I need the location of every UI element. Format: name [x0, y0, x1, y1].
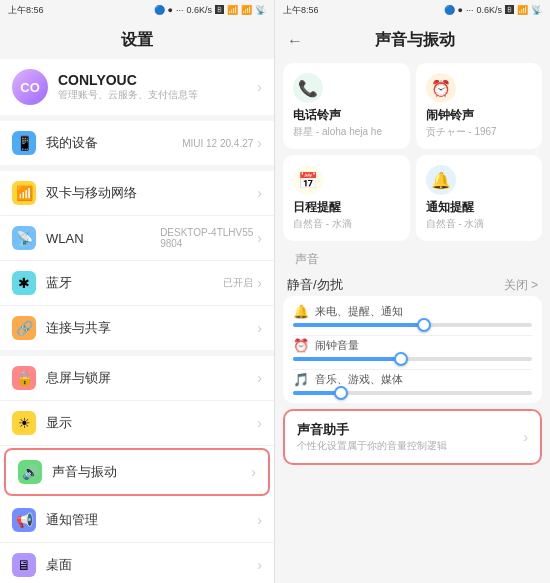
lockscreen-icon: 🔒 — [12, 366, 36, 390]
sim-icon: 📶 — [12, 181, 36, 205]
sim-chevron: › — [257, 185, 262, 201]
silent-action[interactable]: 关闭 > — [504, 277, 538, 294]
schedule-title: 日程提醒 — [293, 199, 400, 216]
schedule-icon: 📅 — [293, 165, 323, 195]
wlan-label: WLAN — [46, 231, 160, 246]
notification-label: 通知管理 — [46, 511, 257, 529]
profile-chevron: › — [257, 79, 262, 95]
left-status-bar: 上午8:56 🔵 ● ··· 0.6K/s 🅱 📶 📶 📡 — [0, 0, 274, 20]
sound-card-notify[interactable]: 🔔 通知提醒 自然音 - 水滴 — [416, 155, 543, 241]
menu-item-lockscreen[interactable]: 🔒 息屏与锁屏 › — [0, 356, 274, 401]
desktop-label: 桌面 — [46, 556, 257, 574]
menu-item-bluetooth[interactable]: ✱ 蓝牙 已开启 › — [0, 261, 274, 306]
profile-name: CONLYOUC — [58, 72, 257, 88]
ringtone-fill — [293, 323, 424, 327]
silent-title: 静音/勿扰 — [287, 276, 343, 294]
media-thumb[interactable] — [334, 386, 348, 400]
sound-card-schedule[interactable]: 📅 日程提醒 自然音 - 水滴 — [283, 155, 410, 241]
connect-label: 连接与共享 — [46, 319, 257, 337]
bluetooth-chevron: › — [257, 275, 262, 291]
profile-sub: 管理账号、云服务、支付信息等 — [58, 88, 257, 102]
ringtone-track[interactable] — [293, 323, 532, 327]
right-panel: 上午8:56 🔵 ● ··· 0.6K/s 🅱 📶 📡 ← 声音与振动 📞 电话… — [275, 0, 550, 583]
sim-label: 双卡与移动网络 — [46, 184, 257, 202]
menu-group-network: 📶 双卡与移动网络 › 📡 WLAN DESKTOP-4TLHV559804 ›… — [0, 171, 274, 350]
sound-section-label: 声音 — [283, 249, 542, 272]
ringtone-icon: 🔔 — [293, 304, 309, 319]
divider-2 — [293, 369, 532, 370]
right-status-icons: 🔵 ● ··· 0.6K/s 🅱 📶 📡 — [444, 5, 542, 15]
silent-section-row: 静音/勿扰 关闭 > — [283, 272, 542, 296]
slider-media: 🎵 音乐、游戏、媒体 — [293, 372, 532, 395]
display-label: 显示 — [46, 414, 257, 432]
bluetooth-icon: ✱ — [12, 271, 36, 295]
media-track[interactable] — [293, 391, 532, 395]
divider-1 — [293, 335, 532, 336]
ringtone-thumb[interactable] — [417, 318, 431, 332]
desktop-icon: 🖥 — [12, 553, 36, 577]
right-page-title: 声音与振动 — [311, 30, 518, 51]
sound-assistant[interactable]: 声音助手 个性化设置属于你的音量控制逻辑 › — [283, 409, 542, 465]
menu-item-notification[interactable]: 📢 通知管理 › — [0, 498, 274, 543]
mydevice-icon: 📱 — [12, 131, 36, 155]
lockscreen-chevron: › — [257, 370, 262, 386]
menu-item-sim[interactable]: 📶 双卡与移动网络 › — [0, 171, 274, 216]
alarm-ring-sub: 贡チャー - 1967 — [426, 125, 533, 139]
left-panel: 上午8:56 🔵 ● ··· 0.6K/s 🅱 📶 📶 📡 设置 CO CONL… — [0, 0, 275, 583]
notification-chevron: › — [257, 512, 262, 528]
mydevice-label: 我的设备 — [46, 134, 182, 152]
assistant-title: 声音助手 — [297, 421, 523, 439]
notification-icon: 📢 — [12, 508, 36, 532]
sound-cards-grid: 📞 电话铃声 群星 - aloha heja he ⏰ 闹钟铃声 贡チャー - … — [275, 59, 550, 249]
wlan-value: DESKTOP-4TLHV559804 — [160, 227, 253, 249]
menu-group-device: 📱 我的设备 MIUI 12 20.4.27 › — [0, 121, 274, 165]
desktop-chevron: › — [257, 557, 262, 573]
right-status-time: 上午8:56 — [283, 4, 319, 17]
assistant-chevron: › — [523, 429, 528, 445]
avatar: CO — [12, 69, 48, 105]
display-chevron: › — [257, 415, 262, 431]
alarm-ring-title: 闹钟铃声 — [426, 107, 533, 124]
sound-card-alarm[interactable]: ⏰ 闹钟铃声 贡チャー - 1967 — [416, 63, 543, 149]
slider-group: 🔔 来电、提醒、通知 ⏰ 闹钟音量 — [283, 296, 542, 403]
notify-sub: 自然音 - 水滴 — [426, 217, 533, 231]
bluetooth-label: 蓝牙 — [46, 274, 223, 292]
left-status-time: 上午8:56 — [8, 4, 44, 17]
connect-icon: 🔗 — [12, 316, 36, 340]
slider-ringtone: 🔔 来电、提醒、通知 — [293, 304, 532, 327]
phone-ring-sub: 群星 - aloha heja he — [293, 125, 400, 139]
menu-item-wlan[interactable]: 📡 WLAN DESKTOP-4TLHV559804 › — [0, 216, 274, 261]
wlan-chevron: › — [257, 230, 262, 246]
sound-label: 声音与振动 — [52, 463, 251, 481]
menu-item-connect[interactable]: 🔗 连接与共享 › — [0, 306, 274, 350]
phone-ring-title: 电话铃声 — [293, 107, 400, 124]
slider-ringtone-label: 🔔 来电、提醒、通知 — [293, 304, 532, 319]
wlan-icon: 📡 — [12, 226, 36, 250]
phone-ring-icon: 📞 — [293, 73, 323, 103]
menu-item-desktop[interactable]: 🖥 桌面 › — [0, 543, 274, 583]
menu-group-device2: 🔒 息屏与锁屏 › ☀ 显示 › 🔊 声音与振动 › 📢 通知管理 › 🖥 — [0, 356, 274, 583]
profile-info: CONLYOUC 管理账号、云服务、支付信息等 — [58, 72, 257, 102]
left-status-icons: 🔵 ● ··· 0.6K/s 🅱 📶 📶 📡 — [154, 5, 266, 15]
sound-card-phone[interactable]: 📞 电话铃声 群星 - aloha heja he — [283, 63, 410, 149]
right-status-bar: 上午8:56 🔵 ● ··· 0.6K/s 🅱 📶 📡 — [275, 0, 550, 20]
sound-icon: 🔊 — [18, 460, 42, 484]
notify-icon: 🔔 — [426, 165, 456, 195]
mydevice-chevron: › — [257, 135, 262, 151]
menu-item-display[interactable]: ☀ 显示 › — [0, 401, 274, 446]
left-page-title: 设置 — [0, 20, 274, 59]
lockscreen-label: 息屏与锁屏 — [46, 369, 257, 387]
menu-section: 📱 我的设备 MIUI 12 20.4.27 › 📶 双卡与移动网络 › 📡 W… — [0, 121, 274, 583]
profile-row[interactable]: CO CONLYOUC 管理账号、云服务、支付信息等 › — [0, 59, 274, 115]
assistant-sub: 个性化设置属于你的音量控制逻辑 — [297, 439, 523, 453]
alarm-thumb[interactable] — [394, 352, 408, 366]
menu-item-mydevice[interactable]: 📱 我的设备 MIUI 12 20.4.27 › — [0, 121, 274, 165]
menu-item-sound[interactable]: 🔊 声音与振动 › — [4, 448, 270, 496]
alarm-track[interactable] — [293, 357, 532, 361]
connect-chevron: › — [257, 320, 262, 336]
mydevice-value: MIUI 12 20.4.27 — [182, 138, 253, 149]
slider-alarm-label: ⏰ 闹钟音量 — [293, 338, 532, 353]
back-button[interactable]: ← — [287, 32, 303, 50]
slider-alarm: ⏰ 闹钟音量 — [293, 338, 532, 361]
assistant-text: 声音助手 个性化设置属于你的音量控制逻辑 — [297, 421, 523, 453]
